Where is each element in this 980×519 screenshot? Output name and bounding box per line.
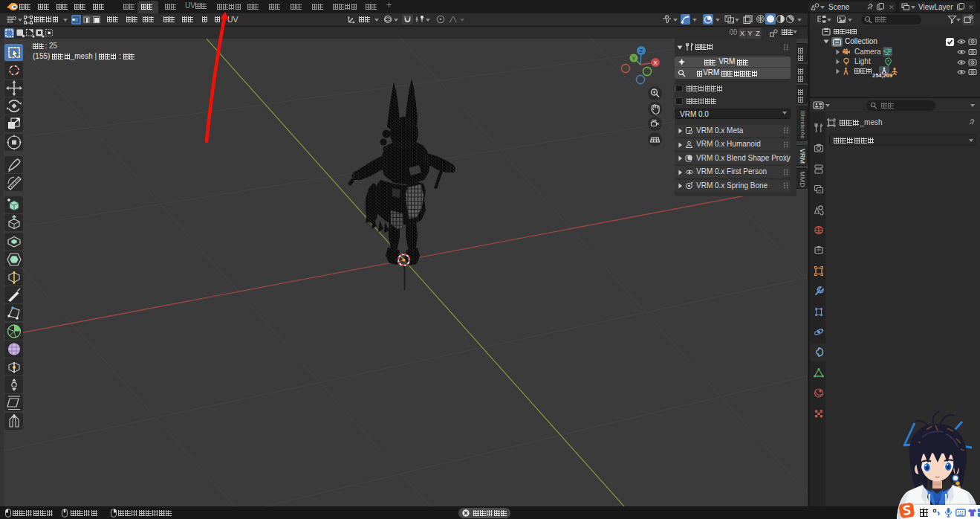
svg-text:Y: Y — [632, 55, 636, 62]
svg-text:Z: Z — [640, 48, 643, 54]
svg-text:X: X — [653, 59, 658, 66]
